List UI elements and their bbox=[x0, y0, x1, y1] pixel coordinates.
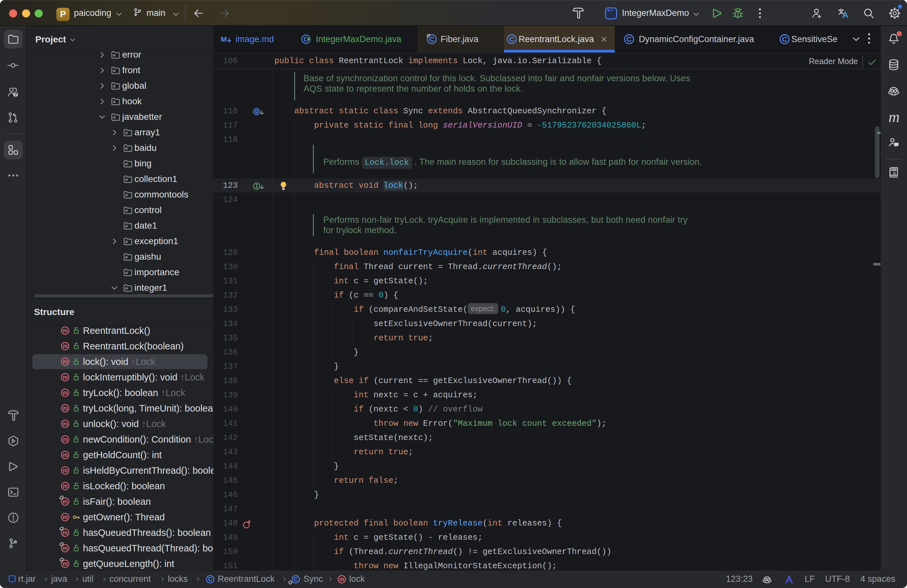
svg-text:?: ? bbox=[14, 92, 17, 97]
svg-text:M: M bbox=[221, 35, 227, 43]
svg-text:A: A bbox=[893, 171, 896, 176]
